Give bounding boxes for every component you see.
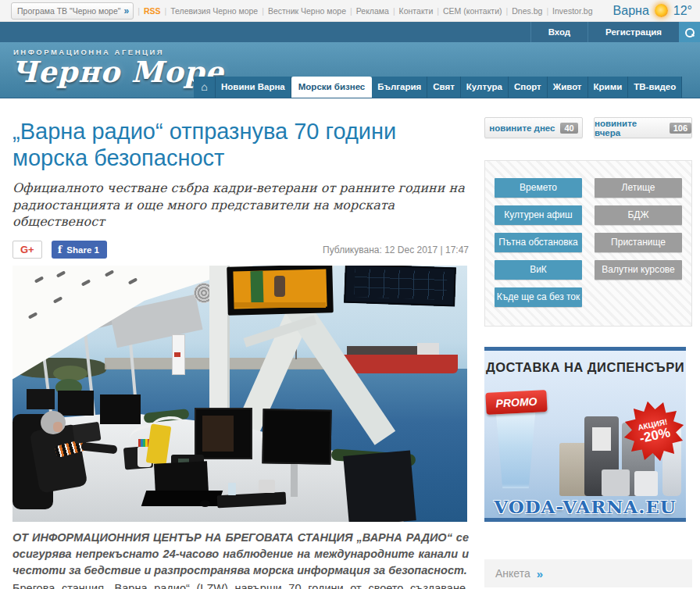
photo-monitor — [27, 389, 55, 409]
home-tab[interactable]: ⌂ — [194, 77, 216, 98]
photo-desk-clock — [259, 480, 275, 493]
nav-tab-morski-biznes[interactable]: Морски бизнес — [291, 77, 373, 98]
top-link-rss[interactable]: RSS — [144, 6, 161, 16]
poll-header-label: Анкета — [495, 567, 530, 580]
separator: | — [350, 6, 352, 16]
empty-cell — [595, 287, 682, 307]
quick-link-power-outage[interactable]: Къде ще са без ток — [495, 287, 582, 307]
separator: | — [138, 6, 140, 16]
tv-program-button[interactable]: Програма ТВ "Черно море" » — [11, 2, 134, 20]
photo-tv-content — [234, 302, 326, 308]
weather-temperature: 12° — [673, 4, 692, 18]
facebook-share-label: Share 1 — [66, 245, 99, 255]
weather-widget: Варна 12° — [613, 4, 692, 18]
news-yesterday-label: новините вчера — [595, 119, 664, 137]
news-today-count: 40 — [560, 123, 577, 134]
news-yesterday-count: 106 — [670, 123, 691, 134]
photo-monitor — [343, 450, 416, 522]
poll-chevron-icon: » — [537, 567, 541, 580]
site-header: ИНФОРМАЦИОННА АГЕНЦИЯ Черно Море ⌂ Новин… — [0, 42, 700, 98]
poll-widget: Анкета » Вярвате ли на хороскопите? — [484, 559, 692, 589]
article-column: „Варна радио“ отпразнува 70 години морск… — [12, 109, 469, 589]
photo-monitor — [262, 409, 331, 465]
photo-ship-house — [417, 343, 439, 355]
photo-mouse — [200, 500, 210, 507]
ad-water-glass — [494, 407, 538, 488]
news-counts-row: новините днес 40 новините вчера 106 — [484, 117, 692, 138]
photo-tv-map — [354, 269, 447, 300]
photo-calendar — [172, 334, 185, 375]
quick-link-roads[interactable]: Пътна обстановка — [495, 233, 582, 252]
nav-tab-krimi[interactable]: Крими — [588, 77, 629, 98]
nav-tab-novini-varna[interactable]: Новини Варна — [216, 77, 291, 98]
quick-links-widget: Времето Летище Културен афиш БДЖ Пътна о… — [484, 160, 692, 327]
main-nav: ⌂ Новини Варна Морски бизнес България Св… — [194, 77, 682, 98]
quick-link-vik[interactable]: ВиК — [495, 260, 582, 280]
separator: | — [165, 6, 167, 16]
ad-dispenser — [602, 469, 630, 496]
separator: | — [262, 6, 264, 16]
photo-monitor-content — [202, 416, 234, 452]
nav-tab-zhivot[interactable]: Живот — [548, 77, 588, 98]
nav-tab-kultura[interactable]: Култура — [461, 77, 509, 98]
ad-dispenser — [559, 443, 588, 496]
ad-banner[interactable]: ДОСТАВКА НА ДИСПЕНСЪРИ PROMO АКЦИЯ! -20%… — [484, 347, 686, 522]
quick-link-bdz[interactable]: БДЖ — [595, 205, 682, 225]
weather-city: Варна — [613, 4, 649, 18]
top-link-sem[interactable]: СЕМ (контакти) — [443, 6, 502, 16]
photo-laptop-base — [141, 491, 223, 506]
share-row: G+ f Share 1 Публикувана: 12 Dec 2017 | … — [12, 241, 469, 259]
article-photo — [12, 266, 467, 522]
photo-tv-content — [274, 276, 285, 297]
top-link-investor[interactable]: Investor.bg — [552, 6, 592, 16]
photo-monitor — [100, 394, 141, 424]
top-link-dnes[interactable]: Dnes.bg — [512, 6, 542, 16]
quick-link-weather[interactable]: Времето — [495, 178, 582, 198]
photo-water-glass — [228, 483, 236, 495]
nav-tab-bulgaria[interactable]: България — [372, 77, 427, 98]
sidebar: новините днес 40 новините вчера 106 Врем… — [484, 109, 692, 589]
gplus-share-button[interactable]: G+ — [12, 241, 42, 259]
ad-promo-ribbon: PROMO — [485, 390, 547, 415]
news-yesterday-button[interactable]: новините вчера 106 — [594, 117, 692, 138]
ad-heading: ДОСТАВКА НА ДИСПЕНСЪРИ — [484, 360, 686, 375]
nav-tab-tv-video[interactable]: ТВ-видео — [628, 77, 682, 98]
poll-header: Анкета » — [484, 559, 692, 587]
quick-link-port[interactable]: Пристанище — [595, 233, 682, 252]
home-icon: ⌂ — [201, 80, 207, 93]
top-link-newspaper[interactable]: Вестник Черно море — [268, 6, 346, 16]
nav-tab-sport[interactable]: Спорт — [509, 77, 548, 98]
photo-monitor — [58, 391, 94, 416]
publish-date: Публикувана: 12 Dec 2017 | 17:47 — [323, 245, 469, 255]
search-button[interactable] — [679, 22, 700, 42]
top-link-contacts[interactable]: Контакти — [399, 6, 434, 16]
separator: | — [546, 6, 548, 16]
top-utility-bar: Програма ТВ "Черно море" » | RSS | Телев… — [0, 0, 700, 22]
ad-dispenser — [634, 471, 658, 496]
sun-icon — [655, 4, 668, 17]
top-link-tv[interactable]: Телевизия Черно море — [170, 6, 258, 16]
ad-url: VODA-VARNA.EU — [484, 496, 686, 517]
article-title: „Варна радио“ отпразнува 70 години морск… — [12, 119, 469, 171]
nav-tab-svyat[interactable]: Свят — [427, 77, 461, 98]
photo-phone — [72, 422, 101, 444]
facebook-share-button[interactable]: f Share 1 — [52, 241, 107, 259]
article-subtitle: Официалното честване събра кадри-ветеран… — [12, 180, 469, 230]
register-link[interactable]: Регистрация — [588, 22, 679, 42]
news-today-button[interactable]: новините днес 40 — [484, 117, 583, 138]
photo-tv-content — [250, 271, 263, 306]
quick-link-airport[interactable]: Летище — [595, 178, 682, 198]
photo-operator-face — [53, 422, 62, 432]
quick-link-culture[interactable]: Културен афиш — [495, 205, 582, 225]
site-logo[interactable]: Черно Море — [11, 55, 224, 89]
top-link-ads[interactable]: Реклама — [356, 6, 389, 16]
article-lead: ОТ ИНФОРМАЦИОННИЯ ЦЕНТЪР НА БРЕГОВАТА СТ… — [12, 530, 469, 579]
search-icon — [685, 28, 694, 37]
quick-link-currency[interactable]: Валутни курсове — [595, 260, 682, 280]
auth-bar: Вход Регистрация — [0, 22, 700, 42]
login-link[interactable]: Вход — [530, 22, 588, 42]
facebook-icon: f — [58, 244, 62, 255]
double-chevron-icon: » — [123, 5, 127, 16]
content-area: „Варна радио“ отпразнува 70 години морск… — [0, 98, 700, 589]
separator: | — [437, 6, 439, 16]
